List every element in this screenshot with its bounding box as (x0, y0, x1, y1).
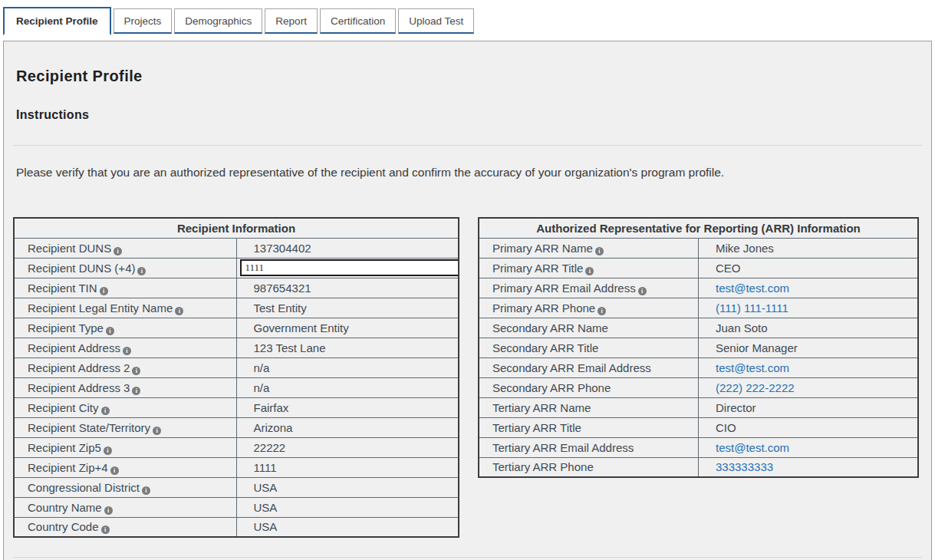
info-icon[interactable]: i (101, 407, 110, 415)
tab-recipient-profile[interactable]: Recipient Profile (3, 7, 111, 35)
primary-arr-email-address-link[interactable]: test@test.com (716, 282, 789, 295)
primary-arr-phone-link[interactable]: (111) 111-1111 (716, 301, 788, 315)
info-icon[interactable]: i (598, 307, 606, 315)
row-label: Recipient Address 3 (28, 381, 130, 394)
congressional-district-label: Congressional Districti (14, 477, 236, 497)
primary-arr-title-label: Primary ARR Titlei (479, 258, 699, 278)
tab-projects[interactable]: Projects (114, 8, 173, 34)
table-row: Recipient TINi987654321 (14, 278, 459, 298)
recipient-duns-4-label: Recipient DUNS (+4)i (14, 258, 236, 278)
row-value: 987654321 (254, 282, 311, 295)
country-name-label: Country Namei (14, 497, 236, 517)
info-icon[interactable]: i (137, 267, 146, 275)
tables-wrap: Recipient Information Recipient DUNSi137… (13, 217, 922, 538)
recipient-information-table: Recipient Information Recipient DUNSi137… (13, 217, 459, 538)
recipient-address-3-label: Recipient Address 3i (14, 377, 236, 397)
info-icon[interactable]: i (106, 327, 114, 335)
row-value: Mike Jones (716, 242, 774, 255)
recipient-address-3-value-cell: n/a (236, 377, 459, 397)
tertiary-arr-email-address-label: Tertiary ARR Email Address (479, 437, 699, 457)
recipient-zip-4-label: Recipient Zip+4i (14, 457, 236, 477)
row-label: Primary ARR Phone (492, 301, 595, 315)
row-value: Senior Manager (716, 341, 798, 354)
secondary-arr-phone-label: Secondary ARR Phone (479, 377, 699, 397)
table-row: Tertiary ARR Email Addresstest@test.com (479, 437, 918, 457)
info-icon[interactable]: i (175, 307, 183, 315)
tab-certification[interactable]: Certification (320, 8, 396, 34)
tab-bar: Recipient ProfileProjectsDemographicsRep… (0, 0, 935, 34)
row-label: Recipient Address 2 (28, 361, 130, 374)
info-icon[interactable]: i (585, 267, 594, 275)
primary-arr-email-address-label: Primary ARR Email Addressi (479, 278, 699, 298)
recipient-address-2-value-cell: n/a (236, 357, 459, 377)
table-row: Tertiary ARR Phone333333333 (479, 457, 918, 477)
info-icon[interactable]: i (114, 247, 122, 255)
info-icon[interactable]: i (595, 247, 604, 255)
secondary-arr-name-value-cell: Juan Soto (699, 318, 919, 338)
tertiary-arr-email-address-link[interactable]: test@test.com (716, 441, 789, 454)
info-icon[interactable]: i (101, 525, 110, 534)
tab-upload-test[interactable]: Upload Test (398, 8, 474, 34)
arr-table-header: Authorized Representative for Reporting … (479, 218, 918, 238)
recipient-duns-4-input[interactable] (240, 259, 459, 276)
row-label: Congressional District (28, 481, 140, 494)
table-row: Primary ARR Email Addressitest@test.com (479, 278, 918, 298)
table-row: Tertiary ARR NameDirector (479, 397, 918, 417)
info-icon[interactable]: i (132, 387, 140, 395)
secondary-arr-email-address-link[interactable]: test@test.com (716, 361, 789, 374)
bottom-divider (13, 557, 922, 558)
secondary-arr-title-label: Secondary ARR Title (479, 338, 699, 357)
row-label: Secondary ARR Phone (492, 381, 611, 394)
table-row: Primary ARR NameiMike Jones (479, 238, 918, 258)
table-row: Recipient DUNS (+4)i (14, 258, 459, 278)
tertiary-arr-phone-link[interactable]: 333333333 (716, 460, 773, 473)
row-value: 1111 (254, 461, 277, 474)
row-value: Test Entity (254, 301, 307, 315)
info-icon[interactable]: i (123, 347, 131, 355)
info-icon[interactable]: i (132, 367, 140, 375)
row-label: Secondary ARR Title (492, 341, 598, 354)
tertiary-arr-name-label: Tertiary ARR Name (479, 397, 699, 417)
instructions-heading: Instructions (13, 108, 922, 122)
secondary-arr-phone-link[interactable]: (222) 222-2222 (716, 381, 795, 394)
recipient-city-value-cell: Fairfax (236, 397, 459, 417)
row-label: Recipient DUNS (28, 242, 111, 255)
info-icon[interactable]: i (638, 287, 647, 295)
row-label: Primary ARR Title (492, 262, 583, 275)
row-label: Recipient State/Territory (28, 421, 150, 434)
tertiary-arr-title-value-cell: CIO (699, 417, 919, 437)
info-icon[interactable]: i (153, 427, 161, 435)
tab-demographics[interactable]: Demographics (174, 8, 262, 34)
table-row: Recipient CityiFairfax (14, 397, 459, 417)
tab-report[interactable]: Report (265, 8, 318, 34)
recipient-zip5-label: Recipient Zip5i (14, 437, 236, 457)
recipient-address-label: Recipient Addressi (14, 338, 236, 357)
row-value: USA (254, 501, 278, 514)
info-icon[interactable]: i (100, 287, 108, 295)
row-value: n/a (254, 361, 270, 374)
primary-arr-email-address-value-cell: test@test.com (699, 278, 919, 298)
info-icon[interactable]: i (110, 466, 119, 475)
row-label: Recipient DUNS (+4) (28, 262, 135, 275)
table-row: Country NameiUSA (14, 497, 459, 517)
table-row: Tertiary ARR TitleCIO (479, 417, 918, 437)
recipient-address-value-cell: 123 Test Lane (236, 338, 459, 357)
info-icon[interactable]: i (104, 506, 113, 515)
recipient-table-header: Recipient Information (14, 218, 459, 238)
secondary-arr-name-label: Secondary ARR Name (479, 318, 699, 338)
intro-text: Please verify that you are an authorized… (13, 166, 922, 180)
row-value: CEO (716, 262, 741, 275)
row-value: Fairfax (254, 401, 289, 414)
row-value: USA (254, 520, 278, 533)
table-row: Recipient Addressi123 Test Lane (14, 338, 459, 357)
row-label: Primary ARR Email Address (492, 282, 636, 295)
table-row: Recipient Zip5i22222 (14, 437, 459, 457)
row-label: Recipient Type (28, 321, 104, 334)
recipient-legal-entity-name-label: Recipient Legal Entity Namei (14, 298, 236, 318)
recipient-type-label: Recipient Typei (14, 318, 236, 338)
info-icon[interactable]: i (104, 446, 112, 455)
primary-arr-title-value-cell: CEO (699, 258, 919, 278)
info-icon[interactable]: i (142, 486, 150, 495)
recipient-duns-label: Recipient DUNSi (14, 238, 236, 258)
row-value: CIO (716, 421, 736, 434)
